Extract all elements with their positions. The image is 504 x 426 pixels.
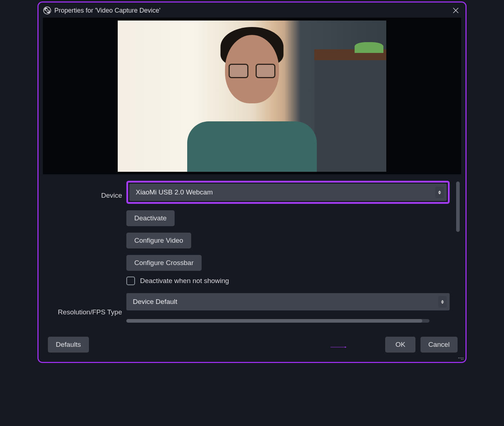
deactivate-button[interactable]: Deactivate [126,210,175,226]
window-title: Properties for 'Video Capture Device' [54,7,161,14]
configure-video-button[interactable]: Configure Video [126,233,191,248]
configure-crossbar-button[interactable]: Configure Crossbar [126,255,202,271]
updown-arrows-icon [438,296,447,308]
form-labels-column: Device Resolution/FPS Type [47,181,126,332]
svg-point-4 [47,10,49,12]
updown-arrows-icon [435,187,444,198]
dialog-content: Device Resolution/FPS Type XiaoMi USB 2.… [39,18,465,362]
defaults-button[interactable]: Defaults [48,337,89,353]
svg-point-2 [46,9,48,11]
resolution-fps-value: Device Default [133,298,177,306]
form-controls-column: XiaoMi USB 2.0 Webcam Deactivate Configu… [126,181,457,332]
cancel-button[interactable]: Cancel [420,337,458,353]
close-icon [453,7,459,14]
titlebar-left: Properties for 'Video Capture Device' [43,6,161,15]
device-dropdown-value: XiaoMi USB 2.0 Webcam [136,188,213,196]
deactivate-checkbox-label: Deactivate when not showing [140,277,229,285]
footer-right-buttons: OK Cancel [385,337,458,353]
horizontal-scrollbar[interactable] [126,319,429,323]
ok-button[interactable]: OK [385,337,415,353]
deactivate-checkbox-row: Deactivate when not showing [126,277,450,285]
vertical-scrollbar[interactable] [456,181,460,232]
close-button[interactable] [450,5,461,16]
properties-form: Device Resolution/FPS Type XiaoMi USB 2.… [43,176,461,332]
video-preview-area [43,18,461,174]
deactivate-when-not-showing-checkbox[interactable] [126,277,135,285]
titlebar: Properties for 'Video Capture Device' [39,3,465,18]
webcam-preview [118,21,386,172]
resolution-fps-dropdown[interactable]: Device Default [126,293,450,310]
horizontal-scrollbar-thumb[interactable] [126,319,422,323]
resize-grip[interactable] [458,355,463,360]
device-dropdown-highlight: XiaoMi USB 2.0 Webcam [126,181,450,204]
obs-icon [43,6,51,15]
device-dropdown[interactable]: XiaoMi USB 2.0 Webcam [129,184,447,201]
device-label: Device [101,187,122,205]
properties-dialog-window: Properties for 'Video Capture Device' [37,1,467,363]
dialog-footer: Defaults OK Cancel [43,332,461,358]
resolution-fps-label: Resolution/FPS Type [58,304,122,321]
